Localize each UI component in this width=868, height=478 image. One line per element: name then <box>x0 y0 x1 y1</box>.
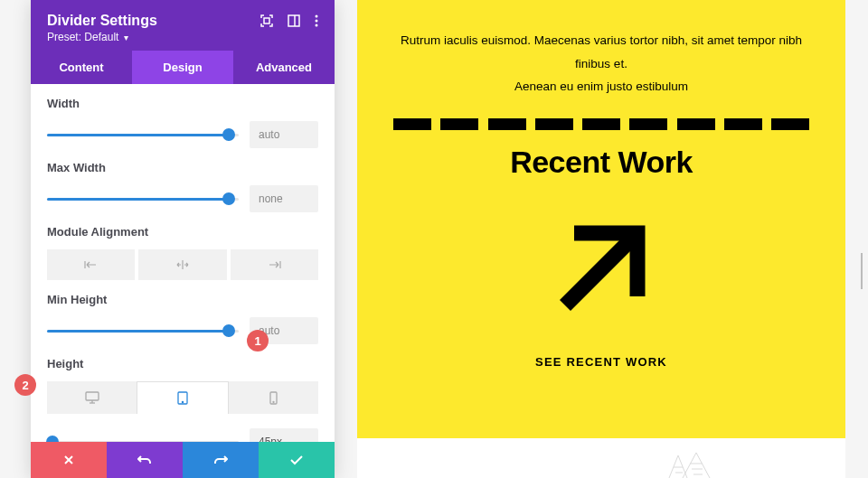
fullscreen-icon[interactable] <box>260 14 273 27</box>
panel-title: Divider Settings <box>47 13 157 29</box>
preview-divider <box>393 118 809 130</box>
width-input[interactable] <box>250 121 318 148</box>
tab-advanced[interactable]: Advanced <box>233 51 335 84</box>
control-max-width: Max Width <box>47 148 318 212</box>
annotation-badge-2: 2 <box>14 374 36 396</box>
max-width-label: Max Width <box>47 161 318 174</box>
align-center-button[interactable] <box>138 249 226 280</box>
max-width-input[interactable] <box>250 185 318 212</box>
device-tablet-tab[interactable] <box>137 381 228 414</box>
tab-design[interactable]: Design <box>132 51 233 84</box>
more-icon[interactable] <box>315 14 318 27</box>
control-width: Width <box>47 84 318 148</box>
panel-header: Divider Settings Preset: Default ▾ <box>31 0 335 51</box>
annotation-badge-1: 1 <box>247 330 269 351</box>
preview-below <box>357 438 845 478</box>
settings-panel: Divider Settings Preset: Default ▾ Conte… <box>31 0 335 478</box>
control-height: Height <box>47 344 318 442</box>
panel-footer <box>31 442 335 478</box>
chevron-down-icon: ▾ <box>124 33 128 42</box>
header-icons <box>260 14 318 27</box>
align-right-button[interactable] <box>231 249 318 280</box>
panel-tabs: Content Design Advanced <box>31 51 335 84</box>
min-height-slider[interactable] <box>47 330 239 333</box>
svg-rect-0 <box>264 18 269 23</box>
height-slider[interactable] <box>47 441 239 443</box>
preview-heading: Recent Work <box>393 145 809 180</box>
dock-icon[interactable] <box>288 14 300 27</box>
redo-button[interactable] <box>183 442 259 478</box>
device-phone-tab[interactable] <box>229 381 318 414</box>
width-label: Width <box>47 97 318 110</box>
preview-link[interactable]: SEE RECENT WORK <box>393 355 809 369</box>
resize-handle[interactable] <box>861 253 866 289</box>
svg-point-4 <box>316 20 318 23</box>
device-desktop-tab[interactable] <box>47 381 137 414</box>
svg-point-13 <box>182 401 183 402</box>
preview-arrow-icon <box>393 202 809 337</box>
height-input[interactable] <box>250 428 318 442</box>
height-label: Height <box>47 357 318 370</box>
svg-rect-1 <box>288 15 299 26</box>
svg-point-3 <box>316 15 318 18</box>
max-width-slider[interactable] <box>47 198 239 201</box>
svg-point-15 <box>273 401 274 402</box>
building-graphic <box>665 451 719 478</box>
preview-area: Rutrum iaculis euismod. Maecenas varius … <box>357 0 845 438</box>
cancel-button[interactable] <box>31 442 107 478</box>
svg-rect-9 <box>86 392 99 400</box>
control-module-alignment: Module Alignment <box>47 212 318 280</box>
undo-button[interactable] <box>107 442 183 478</box>
align-left-button[interactable] <box>47 249 135 280</box>
control-min-height: Min Height <box>47 280 318 344</box>
panel-body: Width Max Width Module Alignment <box>31 84 335 442</box>
alignment-label: Module Alignment <box>47 225 318 239</box>
width-slider[interactable] <box>47 134 239 136</box>
svg-point-5 <box>316 24 318 27</box>
preset-selector[interactable]: Preset: Default ▾ <box>47 31 318 43</box>
save-button[interactable] <box>259 442 335 478</box>
tab-content[interactable]: Content <box>31 51 132 84</box>
min-height-label: Min Height <box>47 293 318 306</box>
preview-text: Rutrum iaculis euismod. Maecenas varius … <box>393 29 809 98</box>
